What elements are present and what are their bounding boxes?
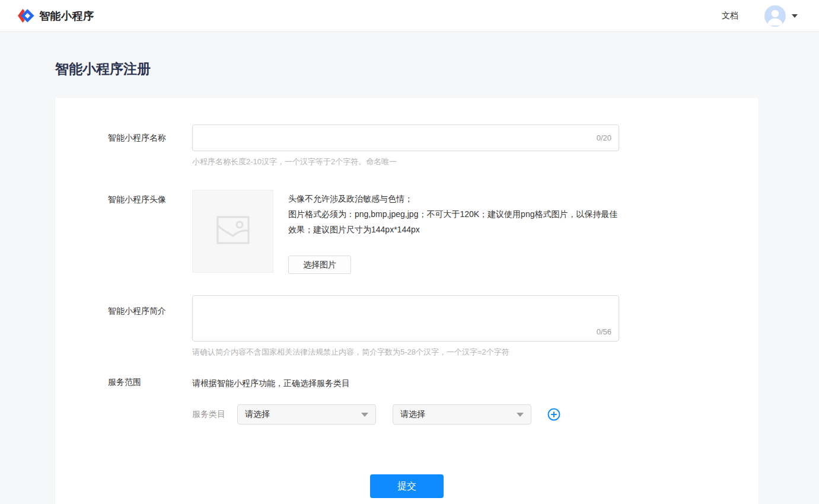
- intro-row: 智能小程序简介 0/56 请确认简介内容不含国家相关法律法规禁止内容，简介字数为…: [108, 295, 759, 358]
- submit-row: 提交: [55, 474, 759, 498]
- name-help-text: 小程序名称长度2-10汉字，一个汉字等于2个字符。命名唯一: [192, 157, 619, 167]
- docs-link[interactable]: 文档: [722, 11, 738, 21]
- brand: 智能小程序: [17, 7, 94, 25]
- avatar-tips-line2: 图片格式必须为：png,bmp,jpeg,jpg；不可大于120K；建议使用pn…: [288, 206, 618, 237]
- name-row: 智能小程序名称 0/20 小程序名称长度2-10汉字，一个汉字等于2个字符。命名…: [108, 125, 759, 167]
- header-right: 文档: [722, 5, 798, 27]
- category-label: 服务类目: [192, 409, 225, 420]
- category-select-2-value: 请选择: [400, 409, 425, 420]
- submit-button[interactable]: 提交: [370, 474, 444, 498]
- category-select-2[interactable]: 请选择: [393, 404, 531, 425]
- avatar-upload-box[interactable]: [192, 190, 273, 273]
- intro-label: 智能小程序简介: [108, 295, 192, 358]
- scope-row: 服务范围 请根据智能小程序功能，正确选择服务类目 服务类目 请选择 请选择: [108, 377, 759, 425]
- registration-card: 智能小程序名称 0/20 小程序名称长度2-10汉字，一个汉字等于2个字符。命名…: [55, 98, 759, 504]
- name-field-box: 0/20: [192, 125, 619, 151]
- user-avatar-icon[interactable]: [764, 5, 786, 27]
- chevron-down-icon: [361, 413, 368, 417]
- choose-image-button[interactable]: 选择图片: [288, 256, 351, 274]
- intro-field-box: 0/56: [192, 295, 619, 342]
- name-input[interactable]: [193, 125, 619, 151]
- image-placeholder-icon: [216, 216, 250, 247]
- avatar-label: 智能小程序头像: [108, 190, 192, 274]
- brand-title: 智能小程序: [39, 9, 94, 23]
- scope-label: 服务范围: [108, 377, 192, 425]
- category-select-1[interactable]: 请选择: [237, 404, 376, 425]
- chevron-down-icon: [517, 413, 524, 417]
- intro-textarea[interactable]: [193, 296, 619, 341]
- scope-instruction: 请根据智能小程序功能，正确选择服务类目: [192, 377, 560, 389]
- caret-down-icon[interactable]: [792, 14, 798, 18]
- avatar-row: 智能小程序头像 头像不允许涉及政治敏感与色情； 图片格式必须为：png,bmp,…: [108, 190, 759, 274]
- top-header: 智能小程序 文档: [0, 0, 819, 32]
- intro-help-text: 请确认简介内容不含国家相关法律法规禁止内容，简介字数为5-28个汉字，一个汉字=…: [192, 347, 619, 358]
- avatar-tips-line1: 头像不允许涉及政治敏感与色情；: [288, 191, 618, 206]
- category-row: 服务类目 请选择 请选择: [192, 404, 560, 425]
- category-select-1-value: 请选择: [245, 409, 270, 420]
- name-label: 智能小程序名称: [108, 125, 192, 167]
- plus-circle-icon[interactable]: [547, 408, 560, 421]
- smartprogram-logo-icon: [17, 7, 34, 25]
- page-title: 智能小程序注册: [55, 60, 819, 78]
